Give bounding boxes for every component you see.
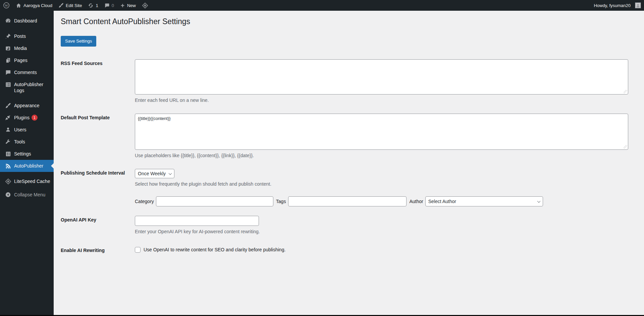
main-content: Smart Content AutoPublisher Settings Sav… bbox=[54, 11, 644, 315]
api-key-help-text: Enter your OpenAI API key for AI-powered… bbox=[135, 229, 628, 234]
openai-api-key-input[interactable] bbox=[135, 216, 259, 226]
sidebar-item-label: Settings bbox=[14, 150, 31, 157]
sidebar-item-media[interactable]: Media bbox=[0, 42, 54, 54]
chevron-down-icon bbox=[537, 199, 540, 203]
sidebar-item-pages[interactable]: Pages bbox=[0, 54, 54, 66]
default-post-template-label: Default Post Template bbox=[61, 114, 135, 158]
rss-help-text: Enter each feed URL on a new line. bbox=[135, 98, 628, 103]
default-post-template-textarea[interactable]: {{title}}{{content}} bbox=[135, 114, 628, 150]
sidebar-item-label: Plugins1 bbox=[14, 114, 38, 121]
rss-feed-sources-textarea[interactable] bbox=[135, 59, 628, 94]
interval-help-text: Select how frequently the plugin should … bbox=[135, 181, 628, 187]
comments-menu[interactable]: 0 bbox=[101, 0, 117, 11]
sidebar-item-tools[interactable]: Tools bbox=[0, 136, 54, 148]
enable-ai-rewriting-row: Enable AI Rewriting Use OpenAI to rewrit… bbox=[61, 246, 644, 253]
rss-icon bbox=[5, 163, 11, 169]
wordpress-admin-page: W Aarogya Cloud Edit Site 1 bbox=[0, 0, 644, 316]
sidebar-item-plugins[interactable]: Plugins1 bbox=[0, 112, 54, 124]
comments-count: 0 bbox=[112, 3, 114, 8]
litespeed-adminbar-menu[interactable] bbox=[139, 0, 151, 11]
author-select[interactable]: Select Author bbox=[425, 196, 543, 206]
litespeed-diamond-icon bbox=[5, 178, 11, 185]
sliders-icon bbox=[5, 150, 11, 157]
sidebar-item-label: Posts bbox=[14, 33, 26, 39]
sidebar-item-label: Tools bbox=[14, 138, 25, 145]
save-settings-button[interactable]: Save Settings bbox=[61, 36, 96, 47]
sidebar-item-settings[interactable]: Settings bbox=[0, 148, 54, 160]
collapse-menu-button[interactable]: Collapse Menu bbox=[0, 189, 54, 201]
sidebar-item-label: Media bbox=[14, 45, 27, 51]
taxonomy-row: Category Tags Author Select Author bbox=[61, 196, 644, 206]
pages-icon bbox=[5, 57, 11, 64]
wordpress-logo-menu[interactable]: W bbox=[0, 0, 13, 11]
interval-selected-value: Once Weekly bbox=[138, 171, 166, 176]
update-icon bbox=[88, 3, 94, 8]
sidebar-item-label: AutoPublisher Logs bbox=[14, 81, 51, 93]
ai-rewriting-checkbox[interactable] bbox=[135, 247, 141, 253]
svg-text:W: W bbox=[5, 4, 8, 7]
interval-select[interactable]: Once Weekly bbox=[135, 169, 174, 178]
sidebar-item-label: Dashboard bbox=[14, 17, 37, 24]
site-name-menu[interactable]: Aarogya Cloud bbox=[13, 0, 55, 11]
menu-separator bbox=[0, 172, 54, 175]
howdy-label: Howdy, fysuman20 bbox=[594, 3, 631, 8]
admin-sidebar: Dashboard Posts Media Pages Commen bbox=[0, 11, 54, 315]
edit-site-menu[interactable]: Edit Site bbox=[55, 0, 85, 11]
settings-form: RSS Feed Sources Enter each feed URL on … bbox=[61, 59, 644, 253]
litespeed-diamond-icon bbox=[142, 2, 148, 9]
sidebar-item-label: Comments bbox=[14, 69, 37, 75]
sidebar-item-litespeed-cache[interactable]: LiteSpeed Cache bbox=[0, 175, 54, 187]
sidebar-item-label: AutoPublisher bbox=[14, 163, 43, 169]
new-content-menu[interactable]: New bbox=[117, 0, 139, 11]
default-post-template-row: Default Post Template {{title}}{{content… bbox=[61, 114, 644, 158]
sidebar-item-label: Collapse Menu bbox=[14, 191, 45, 198]
wordpress-logo-icon: W bbox=[3, 2, 10, 9]
category-input[interactable] bbox=[156, 196, 273, 206]
new-label: New bbox=[127, 3, 136, 8]
menu-separator bbox=[0, 96, 54, 100]
admin-bar: W Aarogya Cloud Edit Site 1 bbox=[0, 0, 644, 11]
template-textarea-wrap: {{title}}{{content}} bbox=[135, 114, 628, 150]
enable-ai-rewriting-label: Enable AI Rewriting bbox=[61, 246, 135, 253]
collapse-arrow-icon bbox=[5, 191, 11, 198]
site-name-label: Aarogya Cloud bbox=[23, 3, 52, 8]
wrench-icon bbox=[5, 138, 11, 145]
updates-count: 1 bbox=[96, 3, 98, 8]
user-icon bbox=[5, 126, 11, 133]
dashboard-gauge-icon bbox=[5, 17, 11, 24]
chevron-down-icon bbox=[169, 172, 172, 175]
media-icon bbox=[5, 45, 11, 52]
edit-site-label: Edit Site bbox=[66, 3, 82, 8]
publishing-schedule-row: Publishing Schedule Interval Once Weekly… bbox=[61, 169, 644, 187]
user-avatar bbox=[635, 2, 641, 8]
sidebar-item-autopublisher-logs[interactable]: AutoPublisher Logs bbox=[0, 78, 54, 96]
paintbrush-icon bbox=[58, 3, 64, 8]
sidebar-item-users[interactable]: Users bbox=[0, 124, 54, 136]
template-help-text: Use placeholders like {{title}}, {{conte… bbox=[135, 153, 628, 158]
sidebar-item-label: Pages bbox=[14, 57, 28, 63]
sidebar-item-comments[interactable]: Comments bbox=[0, 66, 54, 78]
list-icon bbox=[5, 81, 11, 88]
updates-menu[interactable]: 1 bbox=[85, 0, 101, 11]
category-label: Category bbox=[135, 199, 154, 204]
sidebar-item-label: LiteSpeed Cache bbox=[14, 178, 50, 184]
plugins-update-badge: 1 bbox=[32, 115, 38, 121]
home-icon bbox=[16, 3, 21, 8]
sidebar-item-label: Users bbox=[14, 126, 26, 133]
account-menu[interactable]: Howdy, fysuman20 bbox=[591, 0, 644, 11]
plugin-icon bbox=[5, 114, 11, 121]
tags-label: Tags bbox=[276, 199, 286, 204]
menu-separator bbox=[0, 27, 54, 30]
sidebar-item-appearance[interactable]: Appearance bbox=[0, 100, 54, 112]
rss-textarea-wrap bbox=[135, 59, 628, 94]
sidebar-item-autopublisher[interactable]: AutoPublisher bbox=[0, 160, 54, 172]
sidebar-item-dashboard[interactable]: Dashboard bbox=[0, 15, 54, 27]
comments-icon bbox=[5, 69, 11, 76]
openai-api-key-row: OpenAI API Key Enter your OpenAI API key… bbox=[61, 216, 644, 234]
tags-input[interactable] bbox=[288, 196, 407, 206]
openai-api-key-label: OpenAI API Key bbox=[61, 216, 135, 234]
sidebar-item-posts[interactable]: Posts bbox=[0, 30, 54, 42]
author-selected-value: Select Author bbox=[428, 199, 456, 204]
rss-feed-sources-label: RSS Feed Sources bbox=[61, 59, 135, 103]
publishing-schedule-label: Publishing Schedule Interval bbox=[61, 169, 135, 187]
